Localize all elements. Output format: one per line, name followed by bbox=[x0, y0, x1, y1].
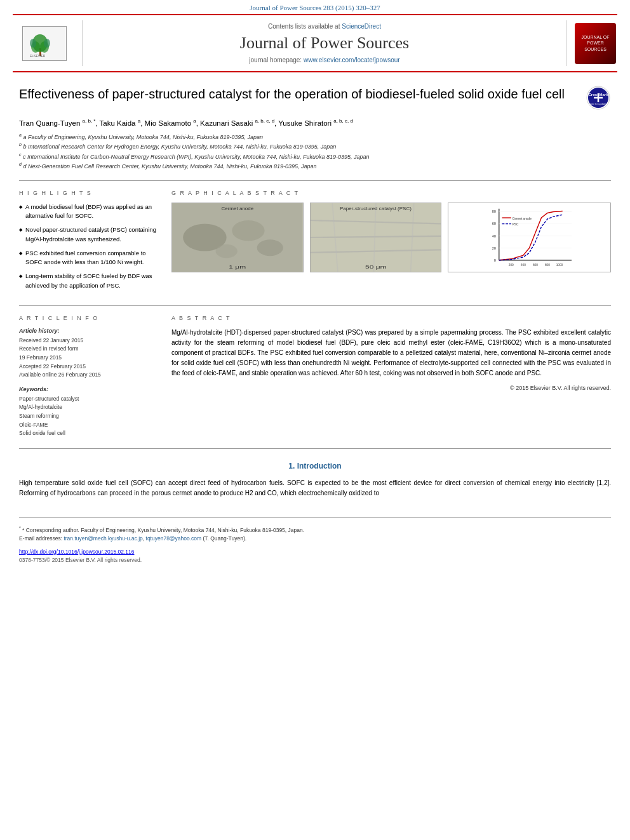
sciencedirect-link[interactable]: ScienceDirect bbox=[342, 23, 381, 30]
svg-text:200: 200 bbox=[509, 263, 514, 267]
homepage-url[interactable]: www.elsevier.com/locate/jpowsour bbox=[304, 57, 400, 63]
doi-line: http://dx.doi.org/10.1016/j.jpowsour.201… bbox=[19, 549, 611, 555]
authors-text: Tran Quang-Tuyen a, b, *, Taku Kaida a, … bbox=[19, 119, 353, 127]
svg-point-5 bbox=[44, 39, 50, 48]
svg-text:0: 0 bbox=[494, 258, 496, 262]
highlight-item-1: A model biodiesel fuel (BDF) was applied… bbox=[19, 203, 159, 221]
article-history-label: Article history: bbox=[19, 328, 159, 334]
contents-text: Contents lists available at bbox=[268, 23, 342, 30]
affiliation-a: a a Faculty of Engineering, Kyushu Unive… bbox=[19, 132, 611, 142]
journal-title-area: Contents lists available at ScienceDirec… bbox=[83, 20, 566, 66]
svg-text:1000: 1000 bbox=[556, 263, 563, 267]
section-divider-1 bbox=[19, 180, 611, 181]
svg-text:1 μm: 1 μm bbox=[229, 264, 246, 269]
affiliation-c: c c International Institute for Carbon-N… bbox=[19, 152, 611, 162]
keyword-2: Mg/Al-hydrotalcite bbox=[19, 403, 159, 412]
elsevier-logo-area: ELSEVIER bbox=[13, 20, 83, 66]
highlights-list: A model biodiesel fuel (BDF) was applied… bbox=[19, 203, 159, 290]
highlight-item-3: PSC exhibited fuel conversion comparable… bbox=[19, 249, 159, 267]
contents-available-line: Contents lists available at ScienceDirec… bbox=[95, 23, 554, 30]
svg-text:400: 400 bbox=[521, 263, 526, 267]
citation-text: Journal of Power Sources 283 (2015) 320–… bbox=[250, 4, 380, 11]
ga-image-1: Cermet anode 1 μm bbox=[171, 203, 304, 272]
corresponding-footnote: * * Corresponding author. Faculty of Eng… bbox=[19, 524, 611, 535]
available-line: Available online 26 February 2015 bbox=[19, 371, 159, 380]
affiliations: a a Faculty of Engineering, Kyushu Unive… bbox=[19, 132, 611, 171]
info-abstract-section: A R T I C L E I N F O Article history: R… bbox=[19, 315, 611, 438]
section-divider-2 bbox=[19, 305, 611, 306]
elsevier-tree-logo: ELSEVIER bbox=[22, 26, 67, 61]
power-sources-logo-text: JOURNAL OF POWER SOURCES bbox=[577, 34, 613, 51]
svg-text:PSC: PSC bbox=[513, 223, 519, 226]
email-footnote: E-mail addresses: tran.tuyen@mech.kyushu… bbox=[19, 535, 611, 543]
svg-text:80: 80 bbox=[492, 210, 496, 213]
svg-point-4 bbox=[30, 39, 36, 48]
received-line: Received 22 January 2015 bbox=[19, 337, 159, 345]
received-revised-line: Received in revised form19 February 2015 bbox=[19, 345, 159, 362]
footnotes: * * Corresponding author. Faculty of Eng… bbox=[19, 517, 611, 563]
svg-text:20: 20 bbox=[492, 246, 496, 250]
intro-heading: 1. Introduction bbox=[19, 462, 611, 470]
svg-text:60: 60 bbox=[492, 222, 496, 225]
highlights-heading: H I G H L I G H T S bbox=[19, 190, 159, 196]
svg-text:50 μm: 50 μm bbox=[365, 264, 387, 269]
article-info-heading: A R T I C L E I N F O bbox=[19, 315, 159, 321]
authors-line: Tran Quang-Tuyen a, b, *, Taku Kaida a, … bbox=[19, 118, 611, 127]
journal-logo-area: JOURNAL OF POWER SOURCES bbox=[566, 20, 617, 66]
svg-text:click for updates: click for updates bbox=[589, 102, 608, 105]
ga-chart: 0 20 40 60 80 200 400 600 bbox=[448, 203, 611, 272]
keyword-4: Oleic-FAME bbox=[19, 421, 159, 430]
keyword-1: Paper-structured catalyst bbox=[19, 395, 159, 404]
homepage-text: journal homepage: bbox=[249, 57, 304, 63]
power-sources-logo: JOURNAL OF POWER SOURCES bbox=[575, 23, 616, 64]
svg-point-16 bbox=[257, 239, 283, 256]
email-1-link[interactable]: tran.tuyen@mech.kyushu-u.ac.jp bbox=[64, 535, 142, 542]
svg-point-17 bbox=[216, 244, 238, 258]
svg-text:800: 800 bbox=[545, 263, 550, 267]
affiliation-d: d d Next-Generation Fuel Cell Research C… bbox=[19, 161, 611, 171]
homepage-line: journal homepage: www.elsevier.com/locat… bbox=[95, 57, 554, 63]
keyword-3: Steam reforming bbox=[19, 412, 159, 421]
ga-label-1: Cermet anode bbox=[221, 206, 253, 211]
svg-text:40: 40 bbox=[492, 234, 496, 237]
highlight-item-4: Long-term stability of SOFC fueled by BD… bbox=[19, 272, 159, 290]
highlights-column: H I G H L I G H T S A model biodiesel fu… bbox=[19, 190, 159, 295]
highlight-item-2: Novel paper-structured catalyst (PSC) co… bbox=[19, 225, 159, 244]
svg-text:ELSEVIER: ELSEVIER bbox=[30, 54, 46, 58]
ga-label-2: Paper-structured catalyst (PSC) bbox=[340, 206, 412, 211]
abstract-text: Mg/Al-hydrotalcite (HDT)-dispersed paper… bbox=[171, 328, 611, 378]
accepted-line: Accepted 22 February 2015 bbox=[19, 363, 159, 371]
ga-image-2: Paper-structured catalyst (PSC) 50 μm bbox=[310, 203, 442, 272]
issn-line: 0378-7753/© 2015 Elsevier B.V. All right… bbox=[19, 557, 611, 563]
abstract-column: A B S T R A C T Mg/Al-hydrotalcite (HDT)… bbox=[171, 315, 611, 438]
graphical-abstract-box: Cermet anode 1 μm Paper-structured catal… bbox=[171, 203, 611, 272]
graphical-abstract-heading: G R A P H I C A L A B S T R A C T bbox=[171, 190, 611, 196]
keyword-5: Solid oxide fuel cell bbox=[19, 429, 159, 438]
highlights-graphical-section: H I G H L I G H T S A model biodiesel fu… bbox=[19, 190, 611, 295]
affiliation-b: b b International Research Center for Hy… bbox=[19, 142, 611, 152]
keywords-label: Keywords: bbox=[19, 386, 159, 392]
doi-link[interactable]: http://dx.doi.org/10.1016/j.jpowsour.201… bbox=[19, 549, 134, 555]
crossmark-badge: CrossMark click for updates bbox=[586, 85, 611, 110]
section-divider-3 bbox=[19, 448, 611, 449]
article-info-col: A R T I C L E I N F O Article history: R… bbox=[19, 315, 159, 438]
journal-title: Journal of Power Sources bbox=[95, 34, 554, 53]
introduction-section: 1. Introduction High temperature solid o… bbox=[19, 462, 611, 498]
article-content: Effectiveness of paper-structured cataly… bbox=[0, 72, 630, 576]
intro-text: High temperature solid oxide fuel cell (… bbox=[19, 478, 611, 498]
email-2-link[interactable]: tqtuyen78@yahoo.com bbox=[146, 535, 202, 542]
copyright-line: © 2015 Elsevier B.V. All rights reserved… bbox=[171, 385, 611, 391]
abstract-heading: A B S T R A C T bbox=[171, 315, 611, 321]
svg-point-15 bbox=[232, 220, 264, 241]
keywords-section: Keywords: Paper-structured catalyst Mg/A… bbox=[19, 386, 159, 438]
graphical-abstract-column: G R A P H I C A L A B S T R A C T Cermet… bbox=[171, 190, 611, 295]
journal-citation-bar: Journal of Power Sources 283 (2015) 320–… bbox=[0, 0, 630, 14]
article-title: Effectiveness of paper-structured cataly… bbox=[19, 85, 576, 103]
journal-header: ELSEVIER Contents lists available at Sci… bbox=[13, 14, 617, 72]
svg-text:600: 600 bbox=[533, 263, 538, 267]
svg-text:Cermet anode: Cermet anode bbox=[513, 217, 532, 220]
article-title-section: Effectiveness of paper-structured cataly… bbox=[19, 85, 611, 110]
